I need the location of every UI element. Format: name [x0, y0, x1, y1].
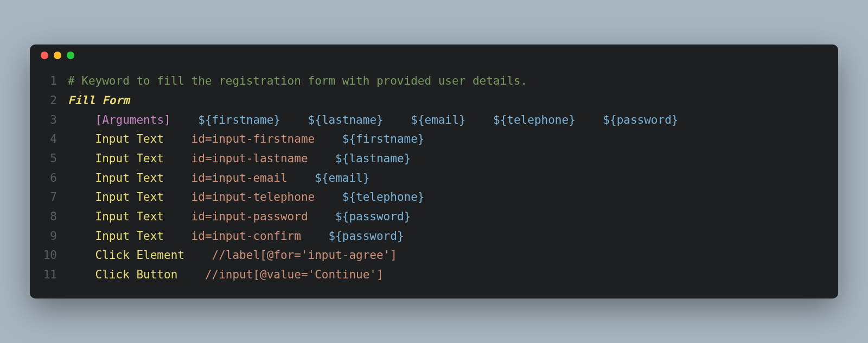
code-line: 7 Input Text id=input-telephone ${teleph… [41, 188, 827, 207]
code-line: 11 Click Button //input[@value='Continue… [41, 265, 827, 285]
code-token: id=input-telephone [192, 190, 315, 204]
code-token [68, 268, 95, 281]
code-token [576, 113, 603, 126]
minimize-icon[interactable] [54, 52, 61, 59]
code-token: Input Text [95, 190, 164, 204]
code-token: Input Text [95, 152, 164, 165]
code-token [171, 113, 199, 126]
code-token [301, 230, 329, 243]
line-content: Input Text id=input-lastname ${lastname} [68, 149, 827, 169]
code-token: lastname [349, 152, 404, 165]
code-token [164, 210, 192, 223]
code-token: id=input-password [192, 210, 308, 223]
code-token: } [569, 113, 576, 126]
line-content: Click Element //label[@for='input-agree'… [68, 246, 827, 265]
line-number: 9 [41, 227, 68, 246]
code-token: password [349, 210, 404, 223]
code-token: } [363, 172, 370, 185]
code-line: 1# Keyword to fill the registration form… [41, 72, 827, 91]
code-token [164, 230, 192, 243]
code-token: ${ [493, 113, 507, 126]
line-number: 4 [41, 130, 68, 149]
code-token: [ [95, 113, 103, 126]
code-token [184, 249, 212, 262]
code-editor[interactable]: 1# Keyword to fill the registration form… [30, 66, 838, 298]
code-token [164, 152, 192, 165]
close-icon[interactable] [41, 52, 48, 59]
code-token: ${ [315, 172, 328, 185]
code-token: ${ [342, 190, 356, 204]
line-content: Input Text id=input-firstname ${firstnam… [68, 130, 827, 149]
code-token: password [342, 230, 397, 243]
code-token: } [418, 190, 425, 204]
code-token [384, 113, 411, 126]
code-token: ${ [411, 113, 424, 126]
code-token: firstname [356, 132, 418, 145]
code-token: id=input-email [192, 172, 288, 185]
code-token: ${ [335, 152, 349, 165]
line-number: 11 [41, 265, 68, 285]
code-token: email [425, 113, 459, 126]
code-token: Input Text [95, 172, 164, 185]
line-number: 10 [41, 246, 68, 265]
code-token: id=input-firstname [192, 132, 315, 145]
line-number: 6 [41, 169, 68, 188]
code-token: Input Text [95, 132, 164, 145]
code-line: 2Fill Form [41, 91, 827, 111]
code-token: telephone [507, 113, 569, 126]
line-content: Input Text id=input-telephone ${telephon… [68, 188, 827, 207]
code-token [68, 230, 95, 243]
line-content: Input Text id=input-email ${email} [68, 169, 827, 188]
code-token: # Keyword to fill the registration form … [68, 74, 527, 87]
line-number: 7 [41, 188, 68, 207]
code-line: 3 [Arguments] ${firstname} ${lastname} $… [41, 111, 827, 130]
code-token: ${ [308, 113, 322, 126]
code-token: //input[@value='Continue'] [205, 268, 384, 281]
code-token: } [672, 113, 679, 126]
code-token: } [397, 230, 404, 243]
code-token [164, 132, 192, 145]
line-content: Fill Form [68, 91, 827, 111]
code-token [465, 113, 493, 126]
code-token [68, 132, 95, 145]
code-token: Click Element [95, 249, 184, 262]
code-token: id=input-lastname [192, 152, 308, 165]
code-token: } [273, 113, 280, 126]
code-token [68, 210, 95, 223]
code-token [308, 152, 336, 165]
maximize-icon[interactable] [67, 52, 74, 59]
code-token: ] [164, 113, 171, 126]
code-line: 4 Input Text id=input-firstname ${firstn… [41, 130, 827, 149]
line-content: [Arguments] ${firstname} ${lastname} ${e… [68, 111, 827, 130]
code-line: 5 Input Text id=input-lastname ${lastnam… [41, 149, 827, 169]
code-token [164, 190, 192, 204]
code-window: 1# Keyword to fill the registration form… [30, 45, 838, 298]
code-token: } [376, 113, 384, 126]
code-token [315, 132, 342, 145]
code-token: Click Button [95, 268, 178, 281]
line-content: Click Button //input[@value='Continue'] [68, 265, 827, 285]
line-number: 3 [41, 111, 68, 130]
code-line: 8 Input Text id=input-password ${passwor… [41, 207, 827, 227]
code-token: password [617, 113, 672, 126]
code-token: Input Text [95, 230, 164, 243]
code-token: telephone [356, 190, 418, 204]
code-token [177, 268, 205, 281]
window-title-bar [30, 45, 838, 66]
code-line: 9 Input Text id=input-confirm ${password… [41, 227, 827, 246]
code-token: id=input-confirm [192, 230, 301, 243]
code-token: ${ [328, 230, 342, 243]
code-token [68, 249, 95, 262]
line-content: # Keyword to fill the registration form … [68, 72, 827, 91]
code-token: ${ [342, 132, 356, 145]
code-token [68, 152, 95, 165]
line-number: 2 [41, 91, 68, 111]
line-number: 1 [41, 72, 68, 91]
line-number: 5 [41, 149, 68, 169]
code-token [68, 172, 95, 185]
code-token: ${ [198, 113, 212, 126]
code-token: } [418, 132, 425, 145]
code-token: firstname [212, 113, 274, 126]
line-number: 8 [41, 207, 68, 227]
code-token: //label[@for='input-agree'] [212, 249, 397, 262]
